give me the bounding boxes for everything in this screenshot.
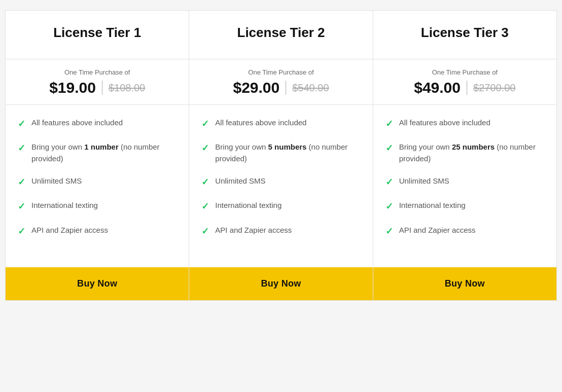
feature-item-tier2-1: ✓Bring your own 5 numbers (no number pro…	[201, 141, 360, 164]
buy-button-tier2[interactable]: Buy Now	[189, 267, 372, 300]
feature-text-tier2-0: All features above included	[215, 117, 306, 129]
feature-text-tier3-1: Bring your own 25 numbers (no number pro…	[399, 141, 544, 164]
feature-item-tier1-4: ✓API and Zapier access	[18, 225, 177, 238]
feature-item-tier2-4: ✓API and Zapier access	[201, 225, 360, 238]
current-price-tier2: $29.00	[233, 79, 279, 96]
price-divider-tier2	[286, 81, 286, 95]
current-price-tier1: $19.00	[49, 79, 96, 96]
feature-text-tier3-0: All features above included	[399, 117, 490, 129]
feature-item-tier3-4: ✓API and Zapier access	[385, 225, 544, 238]
price-row-tier2: $29.00$540.00	[201, 79, 360, 96]
price-row-tier1: $19.00$108.00	[18, 79, 177, 96]
tier-title-tier3: License Tier 3	[385, 25, 544, 41]
card-footer-tier3: Buy Now	[373, 259, 556, 300]
check-icon-tier1-1: ✓	[18, 142, 25, 155]
check-icon-tier1-0: ✓	[18, 118, 25, 130]
feature-text-tier1-2: Unlimited SMS	[31, 175, 82, 187]
check-icon-tier2-1: ✓	[201, 142, 209, 155]
feature-item-tier3-0: ✓All features above included	[385, 117, 544, 130]
check-icon-tier1-4: ✓	[18, 225, 25, 238]
feature-text-tier2-2: Unlimited SMS	[215, 175, 265, 187]
feature-item-tier1-2: ✓Unlimited SMS	[18, 175, 177, 189]
current-price-tier3: $49.00	[414, 79, 461, 96]
price-section-tier3: One Time Purchase of$49.00$2700.00	[373, 59, 556, 105]
feature-text-tier2-3: International texting	[215, 200, 282, 211]
feature-item-tier3-2: ✓Unlimited SMS	[385, 175, 544, 189]
one-time-label-tier2: One Time Purchase of	[201, 68, 360, 76]
card-footer-tier1: Buy Now	[6, 259, 189, 300]
check-icon-tier2-3: ✓	[201, 200, 209, 213]
pricing-card-tier1: License Tier 1One Time Purchase of$19.00…	[5, 10, 189, 301]
feature-item-tier2-3: ✓International texting	[201, 200, 360, 213]
feature-text-tier2-4: API and Zapier access	[215, 225, 292, 236]
check-icon-tier2-2: ✓	[201, 176, 209, 189]
feature-text-tier1-4: API and Zapier access	[31, 225, 108, 236]
card-footer-tier2: Buy Now	[189, 259, 372, 300]
pricing-card-tier3: License Tier 3One Time Purchase of$49.00…	[373, 10, 557, 301]
price-section-tier1: One Time Purchase of$19.00$108.00	[6, 59, 189, 105]
check-icon-tier1-3: ✓	[18, 200, 25, 213]
feature-text-tier1-0: All features above included	[31, 117, 123, 129]
check-icon-tier3-2: ✓	[385, 176, 393, 189]
tier-title-tier1: License Tier 1	[18, 25, 177, 41]
feature-text-tier1-3: International texting	[31, 200, 98, 211]
pricing-card-tier2: License Tier 2One Time Purchase of$29.00…	[189, 10, 372, 301]
features-section-tier3: ✓All features above included✓Bring your …	[373, 105, 556, 259]
buy-button-tier3[interactable]: Buy Now	[373, 267, 556, 300]
check-icon-tier3-0: ✓	[385, 118, 393, 130]
feature-text-tier3-4: API and Zapier access	[399, 225, 476, 236]
one-time-label-tier3: One Time Purchase of	[385, 68, 544, 76]
feature-item-tier1-1: ✓Bring your own 1 number (no number prov…	[18, 141, 177, 164]
buy-button-tier1[interactable]: Buy Now	[6, 267, 189, 300]
feature-item-tier1-0: ✓All features above included	[18, 117, 177, 130]
original-price-tier1: $108.00	[109, 82, 145, 94]
tier-title-tier2: License Tier 2	[201, 25, 360, 41]
card-header-tier1: License Tier 1	[6, 11, 189, 59]
feature-text-tier1-1: Bring your own 1 number (no number provi…	[31, 141, 177, 164]
original-price-tier3: $2700.00	[473, 82, 515, 94]
feature-item-tier2-0: ✓All features above included	[201, 117, 360, 130]
check-icon-tier2-0: ✓	[201, 118, 209, 130]
pricing-container: License Tier 1One Time Purchase of$19.00…	[5, 10, 557, 301]
price-divider-tier3	[467, 81, 467, 95]
card-header-tier2: License Tier 2	[189, 11, 372, 59]
one-time-label-tier1: One Time Purchase of	[18, 68, 177, 76]
feature-text-tier2-1: Bring your own 5 numbers (no number prov…	[215, 141, 360, 164]
check-icon-tier3-1: ✓	[385, 142, 393, 155]
original-price-tier2: $540.00	[292, 82, 329, 94]
feature-item-tier2-2: ✓Unlimited SMS	[201, 175, 360, 189]
check-icon-tier1-2: ✓	[18, 176, 25, 189]
check-icon-tier3-4: ✓	[385, 225, 393, 238]
features-section-tier2: ✓All features above included✓Bring your …	[189, 105, 372, 259]
check-icon-tier3-3: ✓	[385, 200, 393, 213]
check-icon-tier2-4: ✓	[201, 225, 209, 238]
feature-item-tier1-3: ✓International texting	[18, 200, 177, 213]
price-divider-tier1	[102, 81, 102, 95]
price-row-tier3: $49.00$2700.00	[385, 79, 544, 96]
feature-text-tier3-2: Unlimited SMS	[399, 175, 449, 187]
feature-item-tier3-1: ✓Bring your own 25 numbers (no number pr…	[385, 141, 544, 164]
feature-text-tier3-3: International texting	[399, 200, 466, 211]
features-section-tier1: ✓All features above included✓Bring your …	[6, 105, 189, 259]
price-section-tier2: One Time Purchase of$29.00$540.00	[189, 59, 372, 105]
card-header-tier3: License Tier 3	[373, 11, 556, 59]
feature-item-tier3-3: ✓International texting	[385, 200, 544, 213]
